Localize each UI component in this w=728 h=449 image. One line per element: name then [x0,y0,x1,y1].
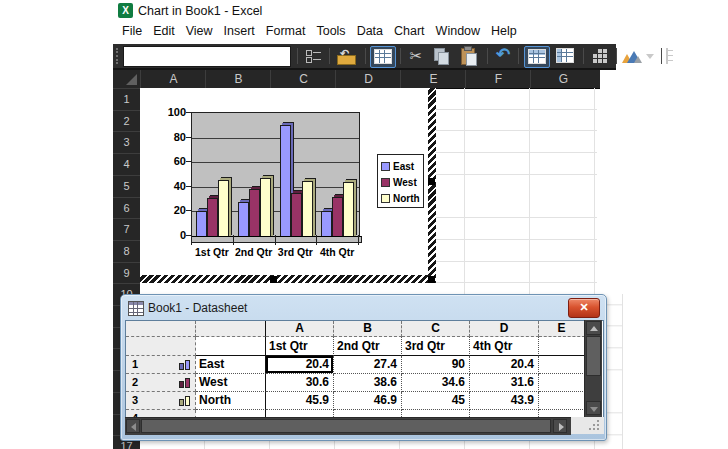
resize-grip[interactable] [571,417,604,434]
scroll-thumb[interactable] [586,336,601,376]
copy-button[interactable] [431,46,453,66]
datasheet-series-name-east[interactable]: East [196,356,266,374]
bar-north-2ndqtr[interactable] [260,178,271,238]
menu-edit[interactable]: Edit [153,24,175,38]
bar-east-2ndqtr[interactable] [238,202,249,238]
datasheet-series-name-west[interactable]: West [196,374,266,392]
bar-north-3rdqtr[interactable] [302,181,313,238]
column-header-E[interactable]: E [400,70,466,88]
resize-handle-bottom[interactable] [270,276,277,283]
column-header-B[interactable]: B [205,70,271,88]
vertical-scrollbar[interactable] [584,320,602,417]
chart-plot-area[interactable] [191,112,360,237]
select-all-corner[interactable] [113,70,140,88]
menu-help[interactable]: Help [491,24,517,38]
toolbar-grip-handle[interactable] [116,48,121,64]
column-header-F[interactable]: F [465,70,531,88]
bar-east-4thqtr[interactable] [321,211,332,238]
column-header-G[interactable]: G [530,70,596,88]
menu-chart[interactable]: Chart [394,24,425,38]
import-file-button[interactable]: ↶ [334,46,360,66]
datasheet-series-name-north[interactable]: North [196,392,266,410]
scroll-right-button[interactable] [553,419,567,433]
column-header-A[interactable]: A [140,70,206,88]
bar-west-3rdqtr[interactable] [291,193,302,238]
paste-button[interactable] [458,46,480,66]
bar-west-4thqtr[interactable] [332,197,343,238]
menu-file[interactable]: File [122,24,142,38]
datasheet-col-header-C[interactable]: C [402,321,470,337]
chart-type-button[interactable] [621,46,643,66]
datasheet-category-4[interactable]: 4th Qtr [470,337,539,356]
datasheet-cell-north-C[interactable]: 45 [402,392,470,410]
datasheet-titlebar[interactable]: Book1 - Datasheet ✕ [125,298,604,319]
datasheet-cell-east-A[interactable]: 20.4 [266,356,334,374]
datasheet-col-header-B[interactable]: B [334,321,402,337]
legend-entry-east[interactable]: East [378,158,423,174]
datasheet-category-2[interactable]: 2nd Qtr [334,337,402,356]
resize-handle-right[interactable] [428,178,435,185]
undo-button[interactable]: ↶ [493,46,513,66]
datasheet-cell-north-B[interactable]: 46.9 [334,392,402,410]
menu-data[interactable]: Data [357,24,383,38]
close-button[interactable]: ✕ [568,298,600,318]
bar-north-1stqtr[interactable] [218,180,229,239]
datasheet-row-header-1[interactable]: 1 [126,356,196,374]
resize-handle-corner[interactable] [428,276,435,283]
datasheet-category-1[interactable]: 1st Qtr [266,337,334,356]
bar-east-1stqtr[interactable] [196,211,207,238]
chart-objects-combobox[interactable] [123,46,291,67]
column-header-D[interactable]: D [335,70,401,88]
chart-edit-border-bottom[interactable] [140,275,428,283]
scroll-thumb-horizontal[interactable] [141,419,551,433]
datasheet-cell-empty[interactable] [539,337,585,356]
horizontal-scrollbar[interactable] [125,417,571,435]
menu-insert[interactable]: Insert [224,24,255,38]
datasheet-cell-north-D[interactable]: 43.9 [470,392,539,410]
datasheet-cell-empty[interactable] [539,356,585,374]
row-header-9[interactable]: 9 [113,262,140,284]
by-column-button[interactable] [553,46,577,66]
by-row-button[interactable] [524,46,550,68]
datasheet-name-blank[interactable] [196,337,266,356]
row-header-5[interactable]: 5 [113,175,140,197]
axes-icon-partial[interactable] [666,48,677,64]
cut-button[interactable]: ✂ [406,46,426,66]
row-header-4[interactable]: 4 [113,153,140,175]
axes-button-clipped[interactable] [607,46,616,66]
datasheet-cell-west-A[interactable]: 30.6 [266,374,334,392]
menu-view[interactable]: View [186,24,213,38]
datasheet-cell-east-D[interactable]: 20.4 [470,356,539,374]
datasheet-name-header[interactable] [196,321,266,337]
datasheet-cell-empty[interactable] [539,392,585,410]
scroll-down-button[interactable] [586,401,601,415]
chart-legend[interactable]: EastWestNorth [377,154,424,208]
menu-tools[interactable]: Tools [316,24,345,38]
bar-north-4thqtr[interactable] [343,182,354,238]
datasheet-col-header-E[interactable]: E [539,321,585,337]
datasheet-cell-west-C[interactable]: 34.6 [402,374,470,392]
datasheet-cell-west-D[interactable]: 31.6 [470,374,539,392]
bar-west-2ndqtr[interactable] [249,189,260,239]
menu-window[interactable]: Window [436,24,480,38]
datasheet-row-header-3[interactable]: 3 [126,392,196,410]
row-header-2[interactable]: 2 [113,110,140,132]
datasheet-cell-east-C[interactable]: 90 [402,356,470,374]
column-header-C[interactable]: C [270,70,336,88]
datasheet-col-header-A[interactable]: A [266,321,334,337]
row-header-7[interactable]: 7 [113,218,140,240]
chart-object[interactable]: EastWestNorth 1008060402001st Qtr2nd Qtr… [140,88,436,294]
bar-west-1stqtr[interactable] [207,198,218,238]
row-header-3[interactable]: 3 [113,131,140,153]
datasheet-row-header-blank[interactable] [126,337,196,356]
bar-east-3rdqtr[interactable] [280,125,291,238]
datasheet-cell-west-B[interactable]: 38.6 [334,374,402,392]
datasheet-corner[interactable] [126,321,196,337]
datasheet-row-header-2[interactable]: 2 [126,374,196,392]
datasheet-col-header-D[interactable]: D [470,321,539,337]
scroll-up-button[interactable] [586,321,601,335]
datasheet-cell-east-B[interactable]: 27.4 [334,356,402,374]
chart-type-dropdown[interactable] [644,46,656,66]
datasheet-category-3[interactable]: 3rd Qtr [402,337,470,356]
view-datasheet-button[interactable] [370,46,396,68]
